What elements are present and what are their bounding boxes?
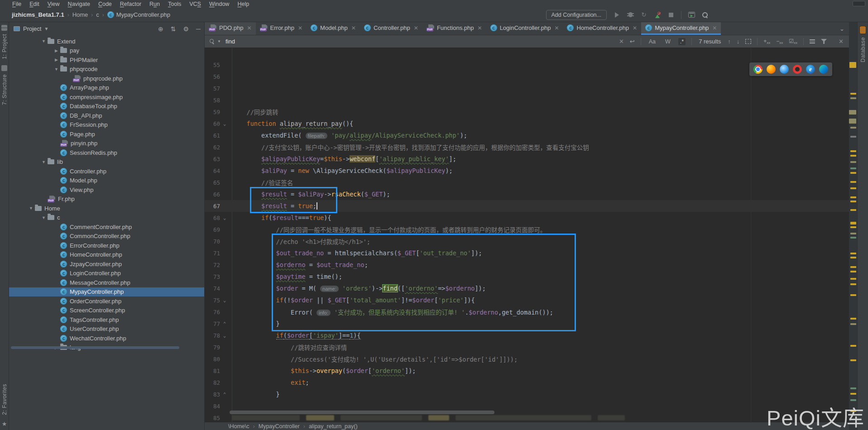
tree-item-phpqrcode.php[interactable]: PHPphpqrcode.php (9, 74, 204, 83)
menu-item-file[interactable]: File (8, 1, 25, 7)
tab-Controller.php[interactable]: cController.php✕ (360, 22, 422, 35)
breadcrumb-1[interactable]: MypayController (259, 423, 300, 430)
tree-item-CommentController.php[interactable]: cCommentController.php (9, 222, 204, 232)
code-line-58[interactable]: 58 (205, 94, 849, 106)
editor-horizontal-scrollbar[interactable] (230, 411, 494, 414)
chevron-down-icon[interactable]: ▼ (44, 26, 48, 31)
menu-item-navigate[interactable]: Navigate (64, 1, 94, 7)
firefox-icon[interactable] (767, 65, 776, 74)
chevron-down-icon[interactable]: ▼ (40, 39, 48, 43)
breadcrumb-item-home[interactable]: Home (72, 11, 88, 18)
search-everywhere-icon[interactable] (701, 11, 709, 19)
tree-item-Page.php[interactable]: cPage.php (9, 129, 204, 139)
tree-item-OrderController.php[interactable]: cOrderController.php (9, 296, 204, 306)
internet-explorer-icon[interactable]: e (806, 65, 815, 74)
fold-marker-icon[interactable]: ⌃ (220, 321, 229, 327)
menu-item-view[interactable]: View (43, 1, 64, 7)
close-icon[interactable]: ✕ (351, 25, 356, 31)
tree-item-WechatController.php[interactable]: cWechatController.php (9, 334, 204, 343)
add-configuration-button[interactable]: Add Configuration... (546, 10, 607, 20)
search-options-chevron-icon[interactable]: ▼ (217, 39, 221, 43)
tree-item-DB_API.php[interactable]: cDB_API.php (9, 111, 204, 120)
tree-item-c[interactable]: ▼c (9, 213, 204, 223)
collapse-all-icon[interactable]: ⇅ (171, 25, 176, 33)
tree-item-CommonController.php[interactable]: cCommonController.php (9, 232, 204, 241)
add-occurrence-icon[interactable]: +xx (763, 38, 770, 45)
tree-item-Home[interactable]: ▼Home (9, 204, 204, 213)
fold-marker-icon[interactable]: ⌄ (220, 121, 229, 127)
menu-item-help[interactable]: Help (233, 1, 253, 7)
close-icon[interactable]: ✕ (633, 25, 637, 31)
tab-MypayController.php[interactable]: cMypayController.php✕ (641, 22, 721, 35)
close-icon[interactable]: ✕ (414, 25, 418, 31)
remove-occurrence-icon[interactable]: −xx (776, 38, 783, 45)
hidden-tabs-chevron-icon[interactable]: ⌄ (835, 25, 849, 32)
code-editor[interactable]: 55 56 57 58 59 //同步跳转60⌄ function alipay… (205, 48, 849, 422)
menu-item-code[interactable]: Code (94, 1, 116, 7)
favorites-star-icon[interactable]: ★ (2, 420, 7, 427)
tab-LoginController.php[interactable]: cLoginController.php✕ (486, 22, 563, 35)
tab-PDO.php[interactable]: PHPPDO.php✕ (205, 22, 256, 35)
database-icon[interactable] (859, 26, 866, 34)
code-line-61[interactable]: 61 extendFile( filepath: 'pay/alipay/Ali… (205, 129, 849, 141)
tool-tab-database[interactable]: Database (860, 37, 866, 62)
opera-icon[interactable] (793, 65, 802, 74)
tree-item-TagsController.php[interactable]: cTagsController.php (9, 315, 204, 325)
match-case-toggle[interactable]: Aa (647, 38, 657, 45)
debug-icon[interactable] (627, 11, 634, 19)
close-icon[interactable]: ✕ (712, 25, 717, 31)
tab-HomeController.php[interactable]: cHomeController.php✕ (563, 22, 641, 35)
code-line-60[interactable]: 60⌄ function alipay_return_pay(){ (205, 118, 849, 129)
tree-item-ErrorController.php[interactable]: cErrorController.php (9, 241, 204, 250)
stop-icon[interactable] (667, 11, 675, 19)
code-line-62[interactable]: 62 //支付宝公钥，账户中心->密钥管理->开放平台密钥，找到添加了支付功能的… (205, 141, 849, 153)
close-find-bar-icon[interactable]: ✕ (839, 38, 844, 45)
run-window-icon[interactable] (688, 11, 695, 19)
whole-words-toggle[interactable]: W (663, 38, 672, 45)
menu-item-window[interactable]: Window (205, 1, 233, 7)
close-icon[interactable]: ✕ (478, 25, 482, 31)
locate-file-icon[interactable]: ⊕ (158, 25, 163, 33)
tree-item-UserController.php[interactable]: cUserController.php (9, 325, 204, 334)
clear-search-icon[interactable]: ✕ (619, 38, 624, 45)
tree-item-compressimage.php[interactable]: ccompressimage.php (9, 92, 204, 102)
find-input[interactable]: find (225, 38, 235, 45)
code-line-68[interactable]: 68⌄ if($result===true){ (205, 212, 849, 224)
filter-results-icon[interactable] (810, 39, 815, 43)
breadcrumb-project[interactable]: jizhicms_Beta1.7.1 (12, 11, 64, 18)
chevron-down-icon[interactable]: ▼ (27, 206, 35, 210)
regex-toggle[interactable]: .* (678, 38, 686, 45)
tree-item-ScreenController.php[interactable]: cScreenController.php (9, 306, 204, 315)
code-line-79[interactable]: 79 //跳转对应查询详情 (205, 341, 849, 353)
breadcrumb-2[interactable]: alipay_return_pay() (309, 423, 358, 430)
select-all-occurrences-icon[interactable]: ☑xx (789, 38, 797, 45)
tree-item-pay[interactable]: ▶pay (9, 46, 204, 56)
tool-tab-structure[interactable]: 7: Structure (1, 74, 8, 105)
error-stripe[interactable] (849, 22, 857, 430)
tree-item-SessionRedis.php[interactable]: cSessionRedis.php (9, 148, 204, 158)
tree-item-ArrayPage.php[interactable]: cArrayPage.php (9, 83, 204, 93)
profiler-icon[interactable]: ↻ (640, 11, 647, 19)
close-icon[interactable]: ✕ (298, 25, 302, 31)
tree-item-MessageController.php[interactable]: cMessageController.php (9, 278, 204, 287)
gear-icon[interactable]: ⚙ (183, 25, 189, 33)
edge-icon[interactable] (819, 65, 828, 74)
tab-Functions.php[interactable]: PHPFunctions.php✕ (422, 22, 486, 35)
structure-tool-icon[interactable] (1, 65, 7, 71)
menu-item-run[interactable]: Run (145, 1, 164, 7)
menu-item-edit[interactable]: Edit (25, 1, 43, 7)
tree-item-pinyin.php[interactable]: PHPpinyin.php (9, 139, 204, 148)
chevron-down-icon[interactable]: ▼ (40, 160, 48, 164)
fold-marker-icon[interactable]: ⌄ (220, 297, 229, 303)
tool-tab-favorites[interactable]: 2: Favorites (1, 384, 8, 415)
code-line-57[interactable]: 57 (205, 82, 849, 94)
chevron-right-icon[interactable]: ▶ (53, 57, 60, 62)
chrome-icon[interactable] (753, 65, 762, 74)
next-occurrence-icon[interactable]: ↓ (737, 38, 740, 45)
hide-panel-icon[interactable]: ─ (196, 25, 201, 33)
tree-horizontal-scrollbar[interactable] (11, 346, 194, 349)
attach-profiler-icon[interactable] (654, 11, 661, 19)
chevron-right-icon[interactable]: ▶ (53, 48, 60, 53)
previous-occurrence-icon[interactable]: ↑ (728, 38, 731, 45)
code-line-82[interactable]: 82 exit; (205, 377, 849, 388)
